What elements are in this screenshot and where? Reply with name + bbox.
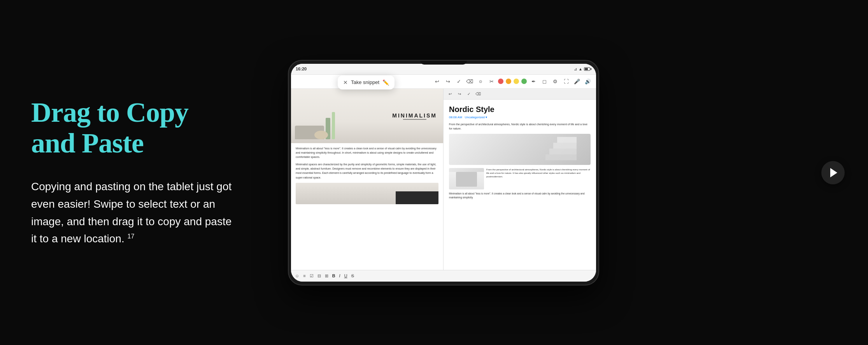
- note-main-image: [449, 134, 591, 165]
- emoji-button[interactable]: ☺: [295, 273, 299, 278]
- bold-button[interactable]: B: [332, 273, 335, 278]
- note-sidebar-text: From the perspective of architectural at…: [486, 168, 591, 189]
- tablet-camera-bar: [420, 61, 467, 65]
- svg-rect-3: [557, 137, 577, 143]
- svg-rect-0: [545, 154, 577, 160]
- mic-icon[interactable]: 🎤: [573, 77, 581, 86]
- staircase-svg: [545, 137, 577, 160]
- color-red-dot[interactable]: [498, 79, 503, 84]
- plant-tall-element: [332, 112, 335, 139]
- check-button[interactable]: ✓: [454, 77, 463, 86]
- note-category-link[interactable]: Uncategorized: [465, 116, 485, 119]
- snippet-toolbar-bar: ✕ Take snippet ✏️ ↩ ↪ ✓ ⌫ ⊙ ✂ ✒: [291, 75, 596, 89]
- article-bottom-image: [296, 183, 438, 204]
- note-small-image: [449, 168, 484, 189]
- check-note-button[interactable]: ✓: [465, 90, 472, 97]
- dropdown-arrow[interactable]: ▾: [486, 116, 487, 119]
- note-small-image-row: From the perspective of architectural at…: [449, 168, 591, 189]
- speaker-icon[interactable]: 🔊: [584, 77, 592, 86]
- article-hero-image: MINIMALISM: [291, 89, 443, 143]
- article-paragraph-1: Minimalism is all about "less is more". …: [296, 146, 438, 159]
- battery-fill: [585, 68, 588, 70]
- note-sidebar-text-content: From the perspective of architectural at…: [486, 168, 590, 178]
- tablet-shell: 16:20 ⊿ ▲ ✕ Take snippet: [288, 60, 599, 285]
- main-title: Drag to Copy and Paste: [31, 97, 233, 159]
- signal-icon: ▲: [579, 67, 582, 71]
- right-pane-toolbar: ↩ ↪ ✓ ⌫: [444, 89, 596, 100]
- snippet-label: Take snippet: [351, 79, 379, 85]
- lasso-icon[interactable]: ⊙: [476, 77, 485, 86]
- eraser-icon[interactable]: ⌫: [465, 77, 474, 86]
- dash-list-button[interactable]: ⊟: [317, 273, 321, 278]
- battery-icon: [584, 67, 591, 71]
- article-text-area: Minimalism is all about "less is more". …: [291, 143, 443, 207]
- coffee-table-element: [314, 131, 328, 139]
- color-yellow-dot[interactable]: [514, 79, 519, 84]
- minimalism-label: MINIMALISM: [392, 112, 437, 119]
- color-orange-dot[interactable]: [506, 79, 511, 84]
- snippet-popup[interactable]: ✕ Take snippet ✏️: [338, 75, 395, 89]
- left-section: Drag to Copy and Paste Copying and pasti…: [0, 74, 265, 271]
- numbered-list-button[interactable]: ⊞: [325, 273, 328, 278]
- play-button[interactable]: [821, 161, 845, 184]
- settings-icon[interactable]: ⚙: [551, 77, 559, 86]
- strikethrough-button[interactable]: S: [351, 273, 354, 278]
- article-paragraph-2: Minimalist spaces are characterized by t…: [296, 162, 438, 180]
- toolbar-right: ↩ ↪ ✓ ⌫ ⊙ ✂ ✒ ◻ ⚙ ⛶ 🎤 🔊: [433, 77, 592, 86]
- bullet-list-button[interactable]: ≡: [303, 273, 305, 278]
- right-pane-note: ↩ ↪ ✓ ⌫ Nordic Style 08:08 AM Uncategori…: [444, 89, 596, 270]
- crop-icon[interactable]: ⛶: [562, 77, 570, 86]
- pencil-tool-icon[interactable]: ✒: [529, 77, 538, 86]
- note-text-below: Minimalism is all about "less is more". …: [449, 192, 591, 200]
- tablet-screen: 16:20 ⊿ ▲ ✕ Take snippet: [291, 64, 596, 282]
- description: Copying and pasting on the tablet just g…: [31, 178, 233, 248]
- redo-note-button[interactable]: ↪: [456, 90, 463, 97]
- battery-body: [584, 67, 590, 71]
- footnote-number: 17: [127, 233, 134, 240]
- pencil-icon[interactable]: ✏️: [382, 79, 389, 86]
- dark-block: [396, 191, 438, 204]
- scissors-icon[interactable]: ✂: [487, 77, 496, 86]
- stairs-visual: [449, 134, 591, 165]
- close-snippet-button[interactable]: ✕: [343, 79, 348, 86]
- play-triangle-icon: [830, 168, 837, 177]
- svg-rect-2: [553, 143, 577, 149]
- undo-note-button[interactable]: ↩: [447, 90, 454, 97]
- checklist-button[interactable]: ☑: [310, 273, 314, 278]
- minimalism-text: MINIMALISM: [392, 112, 437, 118]
- paint-eraser-icon[interactable]: ◻: [540, 77, 549, 86]
- minimalism-line: [403, 119, 426, 119]
- redo-button[interactable]: ↪: [444, 77, 452, 86]
- tablet-wrapper: 16:20 ⊿ ▲ ✕ Take snippet: [288, 60, 599, 285]
- note-time: 08:08 AM: [449, 116, 462, 119]
- status-time: 16:20: [296, 67, 307, 71]
- italic-button[interactable]: I: [339, 273, 340, 278]
- note-meta: 08:08 AM Uncategorized ▾: [449, 116, 591, 119]
- wifi-icon: ⊿: [574, 67, 577, 71]
- battery-tip: [591, 68, 591, 70]
- note-description: From the perspective of architectural at…: [449, 122, 591, 131]
- note-category: Uncategorized ▾: [465, 116, 487, 119]
- left-pane-article: MINIMALISM Minimalism is all about "less…: [291, 89, 444, 270]
- screen-content: MINIMALISM Minimalism is all about "less…: [291, 89, 596, 270]
- note-title: Nordic Style: [449, 105, 591, 114]
- bottom-formatting-bar: ☺ ≡ ☑ ⊟ ⊞ B I U S: [291, 270, 596, 282]
- color-green-dot[interactable]: [521, 79, 527, 84]
- room-mini-visual: [449, 172, 484, 189]
- right-pane-content: Nordic Style 08:08 AM Uncategorized ▾ Fr…: [449, 105, 591, 200]
- underline-button[interactable]: U: [344, 273, 347, 278]
- status-bar: 16:20 ⊿ ▲: [291, 64, 596, 75]
- undo-button[interactable]: ↩: [433, 77, 441, 86]
- svg-rect-1: [549, 149, 577, 154]
- status-right-icons: ⊿ ▲: [574, 67, 591, 71]
- eraser-note-icon[interactable]: ⌫: [475, 90, 482, 97]
